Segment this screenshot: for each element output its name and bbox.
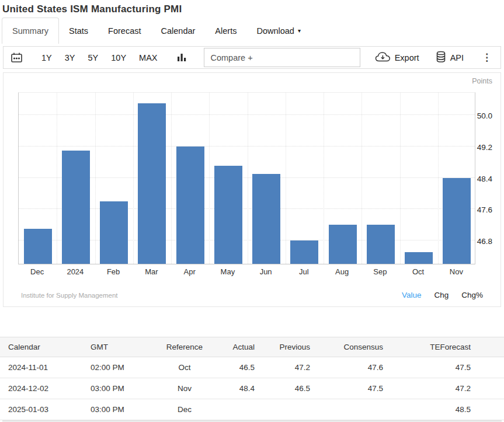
cell-teforecast: 47.2 xyxy=(383,378,504,399)
bar-mar[interactable] xyxy=(138,103,166,264)
gridline-vertical xyxy=(209,93,210,264)
gridline-vertical xyxy=(171,93,172,264)
range-button-3y[interactable]: 3Y xyxy=(65,53,75,62)
cell-consensus: 47.6 xyxy=(310,357,383,378)
bar-jul[interactable] xyxy=(290,240,318,264)
x-axis-label-sep: Sep xyxy=(373,267,387,276)
bar-aug[interactable] xyxy=(329,225,357,264)
bar-dec[interactable] xyxy=(24,229,52,264)
x-axis-label-may: May xyxy=(221,267,235,276)
table-row[interactable]: 2024-11-0102:00 PMOct46.547.247.647.5 xyxy=(0,357,504,378)
column-chart-icon[interactable] xyxy=(176,52,187,64)
tab-summary[interactable]: Summary xyxy=(2,18,59,44)
table-row[interactable]: 2024-12-0203:00 PMNov48.446.547.547.2 xyxy=(0,378,504,399)
tab-calendar[interactable]: Calendar xyxy=(151,18,206,44)
cell-consensus xyxy=(310,399,383,420)
range-button-max[interactable]: MAX xyxy=(139,53,157,62)
x-axis-label-feb: Feb xyxy=(107,267,120,276)
series-toggle-value[interactable]: Value xyxy=(402,291,422,299)
tab-download[interactable]: Download▾ xyxy=(246,18,311,44)
database-icon xyxy=(436,51,446,65)
range-button-5y[interactable]: 5Y xyxy=(88,53,99,62)
x-axis-label-nov: Nov xyxy=(450,267,463,276)
cell-reference: Nov xyxy=(152,378,217,399)
export-label: Export xyxy=(395,53,419,62)
range-buttons: 1Y3Y5Y10YMAX xyxy=(41,53,157,62)
bar-jun[interactable] xyxy=(252,174,280,264)
tab-label: Forecast xyxy=(108,26,141,36)
x-axis-label-mar: Mar xyxy=(145,267,158,276)
cell-previous: 47.2 xyxy=(255,357,310,378)
column-header-gmt: GMT xyxy=(82,337,152,357)
series-toggles: ValueChgChg% xyxy=(402,291,483,299)
series-toggle-chg[interactable]: Chg xyxy=(434,291,449,299)
bar-nov[interactable] xyxy=(443,178,471,264)
cell-calendar: 2025-01-03 xyxy=(0,399,82,420)
bar-chart-plot-area xyxy=(18,92,475,264)
range-button-10y[interactable]: 10Y xyxy=(111,53,126,62)
x-axis-label-dec: Dec xyxy=(30,267,44,276)
export-button[interactable]: Export xyxy=(375,51,419,64)
tab-stats[interactable]: Stats xyxy=(59,18,98,44)
bar-sep[interactable] xyxy=(367,225,395,264)
gridline-vertical xyxy=(400,93,401,264)
cell-gmt: 03:00 PM xyxy=(82,378,152,399)
bar-may[interactable] xyxy=(214,166,242,264)
bar-feb[interactable] xyxy=(100,201,128,264)
column-header-calendar: Calendar xyxy=(0,337,82,357)
bar-apr[interactable] xyxy=(176,147,204,264)
cell-actual xyxy=(217,399,255,420)
kebab-menu-icon[interactable]: ⋮ xyxy=(480,51,493,64)
cell-teforecast: 47.5 xyxy=(383,357,504,378)
tab-alerts[interactable]: Alerts xyxy=(205,18,246,44)
cell-reference: Oct xyxy=(152,357,217,378)
table-row[interactable]: 2025-01-0303:00 PMDec48.5 xyxy=(0,399,504,420)
gridline-vertical xyxy=(248,93,248,264)
x-axis-label-apr: Apr xyxy=(184,267,196,276)
y-axis-tick-label: 50.0 xyxy=(477,111,492,120)
bar-oct[interactable] xyxy=(405,252,433,264)
gridline-horizontal xyxy=(19,146,475,147)
compare-input[interactable] xyxy=(204,48,360,67)
api-label: API xyxy=(450,53,464,62)
tab-bar: SummaryStatsForecastCalendarAlertsDownlo… xyxy=(0,18,504,44)
gridline-vertical xyxy=(57,93,57,264)
calendar-icon[interactable] xyxy=(11,52,23,64)
cell-previous xyxy=(255,399,310,420)
y-axis-tick-label: 49.2 xyxy=(477,142,492,151)
cell-calendar: 2024-11-01 xyxy=(0,357,82,378)
x-axis-label-jul: Jul xyxy=(299,267,309,276)
gridline-vertical xyxy=(133,93,134,264)
column-header-teforecast: TEForecast xyxy=(383,337,504,357)
caret-down-icon: ▾ xyxy=(298,28,301,34)
y-axis-unit-label: Points xyxy=(472,77,492,85)
column-header-previous: Previous xyxy=(255,337,310,357)
cell-teforecast: 48.5 xyxy=(383,399,504,420)
toolbar-right: Export API ⋮ xyxy=(375,51,493,65)
cloud-download-icon xyxy=(375,51,391,64)
tab-label: Alerts xyxy=(215,26,237,36)
y-axis-tick-label: 46.8 xyxy=(477,236,492,245)
page-title: United States ISM Manufacturing PMI xyxy=(0,0,504,16)
x-axis-label-jun: Jun xyxy=(260,267,272,276)
x-axis-label-2024: 2024 xyxy=(67,267,84,276)
api-button[interactable]: API xyxy=(436,51,464,65)
tab-forecast[interactable]: Forecast xyxy=(98,18,151,44)
column-header-reference: Reference xyxy=(152,337,217,357)
cell-gmt: 02:00 PM xyxy=(82,357,152,378)
cell-consensus: 47.5 xyxy=(310,378,383,399)
gridline-vertical xyxy=(286,93,286,264)
chart-card: Points Dec2024FebMarAprMayJunJulAugSepOc… xyxy=(3,72,501,307)
chart-toolbar: 1Y3Y5Y10YMAX Export xyxy=(3,46,501,69)
calendar-table: CalendarGMTReferenceActualPreviousConsen… xyxy=(0,337,504,420)
table-header-row: CalendarGMTReferenceActualPreviousConsen… xyxy=(0,337,504,357)
range-button-1y[interactable]: 1Y xyxy=(41,53,52,62)
series-toggle-chg-[interactable]: Chg% xyxy=(461,291,483,299)
tab-label: Calendar xyxy=(161,26,196,36)
y-axis-tick-label: 47.6 xyxy=(477,205,492,214)
bar-2024[interactable] xyxy=(62,151,90,264)
cell-actual: 46.5 xyxy=(217,357,255,378)
x-axis-label-aug: Aug xyxy=(335,267,349,276)
tab-label: Summary xyxy=(12,26,48,36)
gridline-vertical xyxy=(95,93,96,264)
